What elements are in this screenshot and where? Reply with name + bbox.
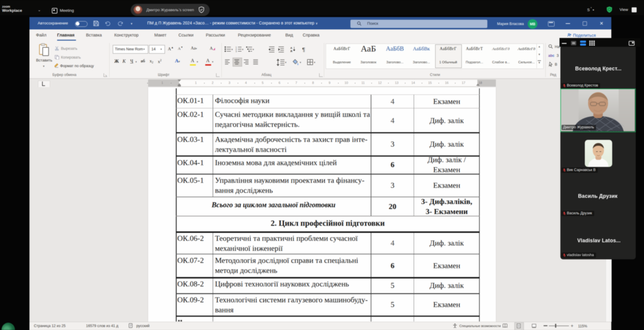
- svg-text:3: 3: [236, 50, 237, 52]
- svg-text:▾: ▾: [253, 48, 254, 51]
- svg-text:Я: Я: [290, 50, 292, 53]
- svg-text:▾: ▾: [242, 48, 244, 51]
- svg-text:▾: ▾: [314, 61, 315, 64]
- svg-text:▾: ▾: [285, 61, 287, 64]
- svg-text:А: А: [290, 47, 292, 49]
- svg-text:2: 2: [236, 48, 237, 50]
- svg-text:¶: ¶: [302, 47, 305, 53]
- svg-text:1: 1: [236, 46, 237, 48]
- svg-text:▾: ▾: [231, 48, 233, 51]
- svg-text:▾: ▾: [300, 61, 301, 64]
